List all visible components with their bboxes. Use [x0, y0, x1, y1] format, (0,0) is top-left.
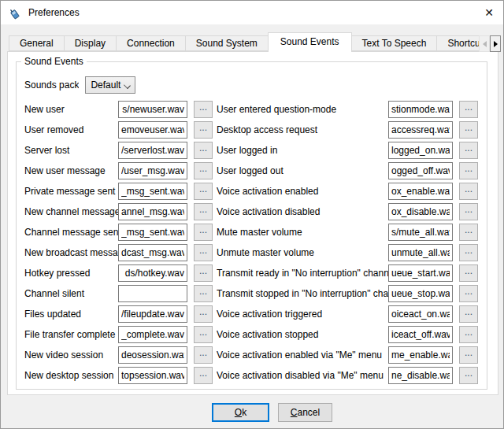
browse-button[interactable]: ...	[459, 264, 478, 282]
sound-file-input-unmute-master-volume[interactable]	[388, 244, 453, 261]
browse-button[interactable]: ...	[459, 183, 478, 200]
browse-button[interactable]: ...	[459, 203, 478, 220]
sound-file-input-hotkey-pressed[interactable]	[118, 264, 187, 282]
browse-button[interactable]: ...	[194, 305, 213, 323]
ok-button[interactable]: Ok	[212, 403, 269, 422]
sound-file-input-transmit-ready[interactable]	[388, 264, 453, 282]
sound-file-input-new-channel-message[interactable]	[118, 203, 187, 220]
ok-button-label: Ok	[235, 407, 246, 418]
cancel-button-label: Cancel	[291, 407, 320, 418]
sound-file-input-voice-activation-disabled-me-menu[interactable]	[388, 367, 453, 384]
browse-button[interactable]: ...	[194, 121, 213, 139]
sound-file-input-new-user[interactable]	[118, 101, 187, 118]
browse-button[interactable]: ...	[459, 121, 478, 139]
browse-button[interactable]: ...	[194, 224, 213, 241]
browse-button[interactable]: ...	[194, 203, 213, 220]
browse-button[interactable]: ...	[459, 142, 478, 159]
sound-file-input-desktop-access-request[interactable]	[388, 121, 453, 139]
chevron-left-icon	[483, 41, 487, 47]
sound-file-input-channel-silent[interactable]	[118, 285, 187, 302]
cancel-button[interactable]: Cancel	[278, 403, 332, 422]
tab-general[interactable]: General	[9, 35, 65, 51]
browse-button[interactable]: ...	[194, 101, 213, 118]
close-button[interactable]: ✕	[475, 1, 503, 24]
event-label-transmit-stopped: Transmit stopped in "No interruption" ch…	[217, 288, 388, 299]
sound-file-input-voice-activation-enabled[interactable]	[388, 183, 453, 200]
groupbox-title: Sound Events	[21, 56, 87, 67]
tab-text-to-speech[interactable]: Text To Speech	[351, 35, 438, 51]
sound-file-input-new-broadcast-message[interactable]	[118, 244, 187, 261]
browse-button[interactable]: ...	[459, 305, 478, 323]
sound-file-input-voice-activation-stopped[interactable]	[388, 326, 453, 343]
sound-file-input-voice-activation-disabled[interactable]	[388, 203, 453, 220]
event-label-new-broadcast-message: New broadcast message	[24, 247, 118, 258]
sounds-pack-label: Sounds pack	[24, 80, 79, 91]
sound-events-pane: Sound Events Sounds pack Default New use…	[7, 51, 498, 395]
sound-file-input-voice-activation-enabled-me-menu[interactable]	[388, 346, 453, 364]
sound-file-input-server-lost[interactable]	[118, 142, 187, 159]
sound-file-input-channel-message-sent[interactable]	[118, 224, 187, 241]
browse-button[interactable]: ...	[459, 244, 478, 261]
browse-button[interactable]: ...	[459, 326, 478, 343]
event-label-channel-silent: Channel silent	[24, 288, 118, 299]
browse-button[interactable]: ...	[459, 101, 478, 118]
sound-file-input-new-desktop-session[interactable]	[118, 367, 187, 384]
sound-file-input-user-logged-in[interactable]	[388, 142, 453, 159]
sound-file-input-user-logged-out[interactable]	[388, 162, 453, 179]
sounds-pack-select[interactable]: Default	[85, 76, 135, 94]
event-label-user-removed: User removed	[24, 124, 118, 135]
tab-shortcuts[interactable]: Shortcuts	[436, 35, 479, 51]
sounds-pack-value: Default	[91, 80, 120, 91]
sound-file-input-user-removed[interactable]	[118, 121, 187, 139]
tab-display[interactable]: Display	[64, 35, 117, 51]
event-label-voice-activation-stopped: Voice activation stopped	[217, 329, 388, 340]
browse-button[interactable]: ...	[194, 367, 213, 384]
sound-file-input-question-mode[interactable]	[388, 101, 453, 118]
tab-sound-events[interactable]: Sound Events	[268, 32, 352, 52]
browse-button[interactable]: ...	[459, 162, 478, 179]
sound-file-input-new-video-session[interactable]	[118, 346, 187, 364]
event-label-channel-message-sent: Channel message sent	[24, 227, 118, 238]
sound-file-input-files-updated[interactable]	[118, 305, 187, 323]
window-title: Preferences	[28, 7, 80, 18]
event-label-desktop-access-request: Desktop access request	[217, 124, 388, 135]
browse-button[interactable]: ...	[194, 244, 213, 261]
browse-button[interactable]: ...	[194, 346, 213, 364]
preferences-dialog: Preferences ✕ General Display Connection…	[0, 0, 504, 429]
sound-file-input-new-user-message[interactable]	[118, 162, 187, 179]
tab-scroll-right-button[interactable]	[490, 35, 501, 52]
browse-button[interactable]: ...	[194, 285, 213, 302]
browse-button[interactable]: ...	[194, 326, 213, 343]
browse-button[interactable]: ...	[194, 162, 213, 179]
tab-sound-system[interactable]: Sound System	[185, 35, 269, 51]
sound-file-input-transmit-stopped[interactable]	[388, 285, 453, 302]
event-label-unmute-master-volume: Unmute master volume	[217, 247, 388, 258]
sound-file-input-private-message-sent[interactable]	[118, 183, 187, 200]
event-label-user-logged-out: User logged out	[217, 165, 388, 176]
browse-button[interactable]: ...	[459, 285, 478, 302]
browse-button[interactable]: ...	[194, 183, 213, 200]
title-bar: Preferences ✕	[1, 1, 503, 24]
app-icon	[8, 6, 21, 20]
sound-file-input-voice-activation-triggered[interactable]	[388, 305, 453, 323]
sound-file-input-mute-master-volume[interactable]	[388, 224, 453, 241]
event-label-voice-activation-enabled: Voice activation enabled	[217, 186, 388, 197]
chevron-down-icon	[124, 82, 131, 89]
browse-button[interactable]: ...	[459, 346, 478, 364]
sound-file-input-file-transfer-complete[interactable]	[118, 326, 187, 343]
event-label-transmit-ready: Transmit ready in "No interruption" chan…	[217, 268, 388, 279]
event-label-new-user: New user	[24, 104, 118, 115]
browse-button[interactable]: ...	[459, 224, 478, 241]
event-label-new-video-session: New video session	[24, 349, 118, 361]
event-label-new-user-message: New user message	[24, 165, 118, 176]
browse-button[interactable]: ...	[194, 142, 213, 159]
browse-button[interactable]: ...	[194, 264, 213, 282]
sounds-pack-row: Sounds pack Default	[24, 76, 135, 94]
browse-button[interactable]: ...	[459, 367, 478, 384]
event-label-voice-activation-triggered: Voice activation triggered	[217, 309, 388, 320]
chevron-right-icon	[494, 41, 498, 47]
event-label-file-transfer-complete: File transfer complete	[24, 329, 118, 340]
event-label-user-logged-in: User logged in	[217, 145, 388, 156]
tab-scroll-left-button[interactable]	[479, 35, 490, 52]
tab-connection[interactable]: Connection	[116, 35, 186, 51]
